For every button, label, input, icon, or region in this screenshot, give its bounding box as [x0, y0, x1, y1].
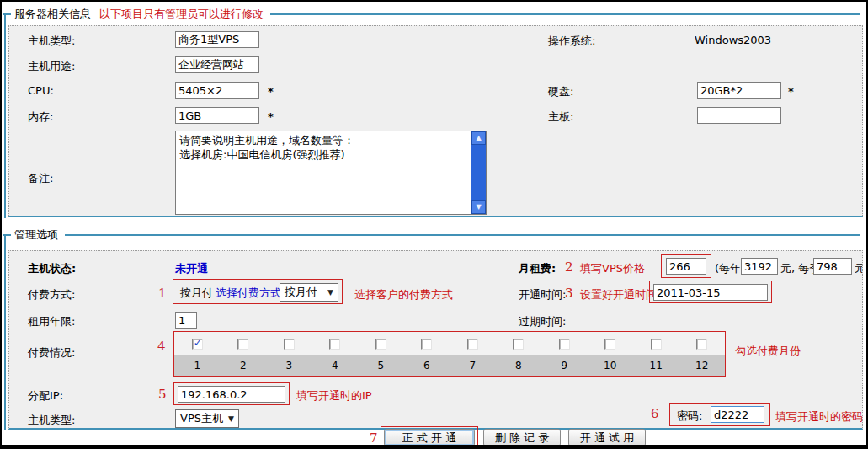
host-class-select[interactable]: VPS主机 ▼ [175, 409, 239, 428]
pay-method-select[interactable]: 按月付 ▼ [280, 283, 338, 302]
mainboard-label: 主板: [548, 110, 573, 125]
management-legend-title: 管理选项 [14, 227, 58, 243]
open-time-hint: 设置好开通时间 [580, 287, 657, 302]
month-number: 10 [604, 360, 616, 371]
memory-input[interactable] [175, 107, 259, 124]
remark-scrollbar[interactable]: ▲ ▼ [471, 131, 486, 214]
server-info-legend: 服务器相关信息 以下项目只有管理员可以进行修改 [3, 7, 860, 22]
step-6: 6 [651, 406, 659, 421]
pay-months-hint: 勾选付费月份 [735, 344, 801, 359]
remark-label: 备注: [28, 171, 53, 186]
open-time-label: 开通时间: [519, 287, 566, 302]
fieldset-left-border [4, 235, 6, 430]
host-class-label: 主机类型: [28, 413, 75, 428]
month-checkbox-8[interactable] [513, 339, 524, 350]
cpu-input[interactable] [175, 82, 259, 99]
pay-method-select-value: 按月付 [285, 285, 317, 300]
chevron-down-icon: ▼ [322, 288, 333, 297]
scroll-down-icon[interactable]: ▼ [471, 200, 486, 214]
month-checkbox-11[interactable] [651, 339, 662, 350]
os-value: Windows2003 [695, 34, 771, 46]
os-label: 操作系统: [548, 34, 595, 49]
memory-required-mark: * [268, 110, 274, 123]
chevron-down-icon: ▼ [223, 414, 234, 423]
month-number: 6 [423, 360, 430, 371]
expire-time-label: 过期时间: [519, 314, 566, 329]
month-number: 9 [561, 360, 567, 371]
pay-method-hint: 选择客户的付费方式 [354, 287, 453, 302]
activate-button[interactable]: 正 式 开 通 [384, 429, 475, 446]
month-checkbox-2[interactable] [237, 339, 248, 350]
rent-years-input[interactable] [175, 312, 197, 329]
rent-years-label: 租用年限: [28, 314, 75, 329]
pay-months-number-row: 1 2 3 4 5 6 7 8 9 10 11 12 [174, 355, 725, 376]
password-input[interactable] [711, 406, 764, 423]
remark-textarea[interactable]: 请简要说明主机用途，域名数量等： 选择机房:中国电信机房(强烈推荐) ▲ ▼ [175, 131, 487, 215]
assign-ip-label: 分配IP: [28, 388, 63, 404]
legend-rule [270, 13, 860, 15]
cpu-label: CPU: [28, 84, 54, 97]
host-type-input[interactable] [175, 31, 259, 48]
month-number: 11 [650, 360, 663, 371]
legend-rule [65, 234, 860, 236]
step-3: 3 [565, 286, 573, 301]
step-1: 1 [158, 286, 167, 301]
month-number: 1 [194, 360, 200, 371]
disk-required-mark: * [788, 85, 794, 98]
host-status-value: 未开通 [175, 261, 208, 276]
password-annotation-box: 密码: [669, 403, 770, 426]
month-number: 3 [285, 360, 292, 371]
pay-months-checkbox-row [174, 332, 725, 355]
month-checkbox-10[interactable] [604, 339, 615, 350]
month-checkbox-6[interactable] [421, 339, 432, 350]
disk-input[interactable] [697, 82, 781, 99]
vps-admin-form: 服务器相关信息 以下项目只有管理员可以进行修改 主机类型: 操作系统: Wind… [0, 0, 868, 449]
month-checkbox-12[interactable] [696, 339, 707, 350]
month-number: 5 [377, 360, 384, 371]
monthly-fee-input[interactable] [666, 258, 706, 275]
fieldset-left-border [4, 14, 6, 218]
assign-ip-input[interactable] [178, 386, 285, 403]
month-checkbox-1[interactable] [192, 339, 203, 350]
host-type-label: 主机类型: [28, 34, 75, 49]
host-class-select-value: VPS主机 [180, 411, 223, 426]
month-number: 2 [240, 360, 247, 371]
month-checkbox-5[interactable] [375, 339, 386, 350]
monthly-fee-annotation-box [661, 254, 711, 278]
pay-months-label: 付费情况: [28, 345, 75, 361]
step-5: 5 [158, 387, 167, 402]
pay-method-current: 按月付 [180, 286, 213, 301]
open-time-input[interactable] [653, 284, 768, 301]
quarterly-fee-input[interactable] [813, 258, 852, 275]
admin-note: 以下项目只有管理员可以进行修改 [99, 7, 264, 22]
memory-label: 内存: [28, 110, 53, 125]
assign-ip-hint: 填写开通时的IP [296, 388, 372, 404]
management-panel: 主机状态: 未开通 月租费: 2 填写VPS价格 (每年 元, 每季 元 付费方… [8, 250, 863, 430]
step-7: 7 [370, 430, 378, 446]
yearly-fee-input[interactable] [741, 258, 778, 275]
fee-suffix-text: 元 [855, 261, 863, 276]
delete-record-button[interactable]: 删 除 记 录 [483, 429, 561, 446]
month-checkbox-4[interactable] [329, 339, 340, 350]
pay-months-table: 1 2 3 4 5 6 7 8 9 10 11 12 [173, 331, 726, 377]
step-2: 2 [565, 259, 573, 275]
month-checkbox-9[interactable] [559, 339, 570, 350]
server-info-panel: 主机类型: 操作系统: Windows2003 主机用途: CPU: * 硬盘:… [8, 25, 863, 217]
password-hint: 填写开通时的密码 [775, 409, 863, 425]
pay-method-label: 付费方式: [28, 287, 75, 302]
scroll-up-icon[interactable]: ▲ [471, 131, 486, 145]
cpu-required-mark: * [268, 85, 274, 98]
pay-method-annotation-box: 按月付 选择付费方式: 按月付 ▼ [173, 279, 343, 304]
month-number: 8 [515, 360, 522, 371]
mainboard-input[interactable] [697, 107, 781, 124]
trial-button[interactable]: 开 通 试 用 [568, 429, 646, 446]
purpose-label: 主机用途: [28, 59, 75, 74]
monthly-fee-hint: 填写VPS价格 [580, 261, 645, 276]
month-checkbox-3[interactable] [284, 339, 295, 350]
purpose-input[interactable] [175, 56, 259, 73]
assign-ip-annotation-box [173, 382, 290, 405]
server-info-legend-title: 服务器相关信息 [14, 7, 91, 22]
month-checkbox-7[interactable] [467, 339, 478, 350]
bottom-border [2, 445, 866, 449]
monthly-fee-label: 月租费: [519, 261, 556, 276]
